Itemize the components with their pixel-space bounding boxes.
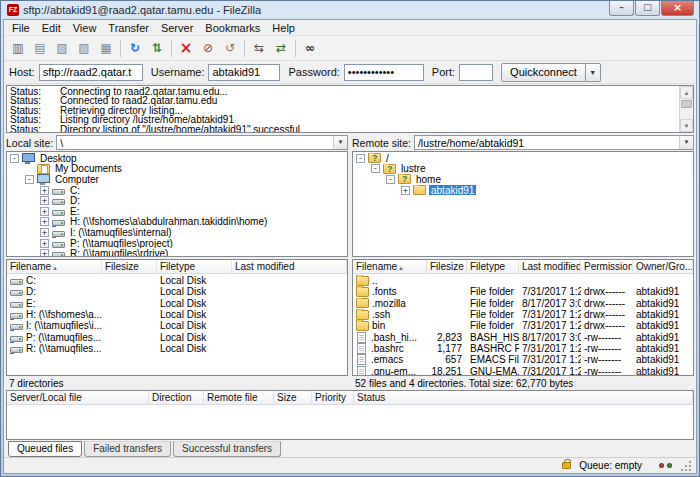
tree-expander-icon[interactable] <box>40 228 49 237</box>
queue-column-size[interactable]: Size <box>274 391 312 404</box>
file-row[interactable]: D: Local Disk <box>7 286 347 297</box>
tree-expander-icon[interactable] <box>40 239 49 248</box>
tree-item-label[interactable]: / <box>384 153 391 164</box>
file-row[interactable]: .emacs 657 EMACS File 7/31/2017 1:2... -… <box>353 354 679 365</box>
file-row[interactable]: P: (\\tamuqfiles... Local Disk <box>7 331 347 342</box>
file-row[interactable]: .mozilla File folder 8/17/2017 3:0... dr… <box>353 298 679 309</box>
remote-column-owner-group[interactable]: Owner/Gro... <box>633 260 693 273</box>
file-row[interactable]: bin File folder 7/31/2017 1:2... drwx---… <box>353 320 679 331</box>
tree-expander-icon[interactable] <box>40 217 49 226</box>
menu-bookmarks[interactable]: Bookmarks <box>199 21 266 35</box>
queue-column-status[interactable]: Status <box>354 391 693 404</box>
tree-expander-icon[interactable] <box>40 186 49 195</box>
local-column-filetype[interactable]: Filetype <box>157 260 232 273</box>
tree-item[interactable]: home <box>353 174 693 185</box>
tree-item-label[interactable]: abtakid91 <box>429 185 476 196</box>
local-column-filename[interactable]: Filename▴ <box>7 260 102 273</box>
menu-help[interactable]: Help <box>266 21 301 35</box>
maximize-button[interactable] <box>635 1 660 16</box>
tree-item[interactable]: H: (\\fshomes\a\abdulrahman.takiddin\hom… <box>7 217 347 228</box>
file-row[interactable]: I: (\\tamuqfiles\i... Local Disk <box>7 320 347 331</box>
refresh-button[interactable] <box>124 38 146 59</box>
tree-item[interactable]: I: (\\tamuqfiles\internal) <box>7 227 347 238</box>
tree-item[interactable]: C: <box>7 185 347 196</box>
directory-comparison-button[interactable] <box>248 38 270 59</box>
log-scrollbar[interactable] <box>679 86 693 132</box>
cancel-button[interactable] <box>175 38 197 59</box>
queue-column-direction[interactable]: Direction <box>149 391 204 404</box>
remote-column-filesize[interactable]: Filesize <box>427 260 467 273</box>
tree-item-label[interactable]: H: (\\fshomes\a\abdulrahman.takiddin\hom… <box>68 217 269 228</box>
file-row[interactable]: .ssh File folder 7/31/2017 1:2... drwx--… <box>353 309 679 320</box>
tree-expander-icon[interactable] <box>40 196 49 205</box>
tree-item-label[interactable]: P: (\\tamuqfiles\project) <box>68 238 175 249</box>
tree-item-label[interactable]: D: <box>68 195 82 206</box>
tree-item[interactable]: E: <box>7 206 347 217</box>
file-row[interactable]: .. <box>353 275 679 286</box>
local-column-filesize[interactable]: Filesize <box>102 260 157 273</box>
tree-item-label[interactable]: E: <box>68 206 81 217</box>
tree-expander-icon[interactable] <box>401 186 410 195</box>
find-files-button[interactable] <box>299 38 321 59</box>
combo-dropdown-icon[interactable] <box>333 136 347 149</box>
file-row[interactable]: .bashrc 1,177 BASHRC File 7/31/2017 1:2.… <box>353 343 679 354</box>
tree-item-label[interactable]: lustre <box>399 164 427 175</box>
tree-item-label[interactable]: C: <box>68 185 82 196</box>
tree-item[interactable]: R: (\\tamuqfiles\rdrive) <box>7 248 347 257</box>
combo-dropdown-icon[interactable] <box>679 136 693 149</box>
tree-item[interactable]: Desktop <box>7 153 347 164</box>
tree-expander-icon[interactable] <box>40 249 49 257</box>
tree-item-label[interactable]: home <box>414 174 443 185</box>
tree-item[interactable]: Computer <box>7 174 347 185</box>
host-input[interactable] <box>39 64 143 81</box>
tree-item-label[interactable]: Computer <box>53 174 101 185</box>
remote-column-filetype[interactable]: Filetype <box>467 260 519 273</box>
scroll-down-icon[interactable] <box>680 119 693 132</box>
tab-failed-transfers[interactable]: Failed transfers <box>84 441 171 457</box>
site-manager-button[interactable] <box>7 38 29 59</box>
remote-column-permissions[interactable]: Permissions <box>581 260 633 273</box>
tree-expander-icon[interactable] <box>40 207 49 216</box>
menu-edit[interactable]: Edit <box>36 21 67 35</box>
queue-column-remote-file[interactable]: Remote file <box>204 391 274 404</box>
menu-transfer[interactable]: Transfer <box>102 21 155 35</box>
menu-server[interactable]: Server <box>155 21 199 35</box>
tree-expander-icon[interactable] <box>10 154 19 163</box>
tree-item[interactable]: P: (\\tamuqfiles\project) <box>7 238 347 249</box>
local-site-combobox[interactable]: \ <box>56 135 348 150</box>
close-button[interactable] <box>661 1 694 16</box>
remote-column-filename[interactable]: Filename▴ <box>353 260 427 273</box>
file-row[interactable]: .bash_hi... 2,823 BASH_HIS... 8/17/2017 … <box>353 331 679 342</box>
scroll-thumb[interactable] <box>681 100 692 108</box>
tree-item[interactable]: abtakid91 <box>353 185 693 196</box>
tree-expander-icon[interactable] <box>371 164 380 173</box>
scroll-track[interactable] <box>680 99 693 119</box>
disconnect-button[interactable] <box>197 38 219 59</box>
file-row[interactable]: .gnu-em... 18,251 GNU-EMA... 7/31/2017 1… <box>353 365 679 375</box>
toggle-message-log-button[interactable] <box>29 38 51 59</box>
tree-item-label[interactable]: R: (\\tamuqfiles\rdrive) <box>68 248 170 257</box>
synchronized-browsing-button[interactable] <box>270 38 292 59</box>
reconnect-button[interactable] <box>219 38 241 59</box>
tree-item[interactable]: lustre <box>353 164 693 175</box>
tree-item-label[interactable]: My Documents <box>53 164 124 175</box>
quickconnect-dropdown-icon[interactable] <box>586 63 601 82</box>
tree-expander-icon[interactable] <box>386 175 395 184</box>
minimize-button[interactable] <box>609 1 634 16</box>
toggle-remote-tree-button[interactable] <box>73 38 95 59</box>
process-queue-button[interactable] <box>146 38 168 59</box>
toggle-local-tree-button[interactable] <box>51 38 73 59</box>
remote-column-last-modified[interactable]: Last modified <box>519 260 581 273</box>
tab-queued-files[interactable]: Queued files <box>8 441 82 457</box>
file-row[interactable]: R: (\\tamuqfiles... Local Disk <box>7 343 347 354</box>
file-row[interactable]: E: Local Disk <box>7 298 347 309</box>
queue-column-server-local-file[interactable]: Server/Local file <box>7 391 149 404</box>
tree-item[interactable]: D: <box>7 195 347 206</box>
tree-item[interactable]: My Documents <box>7 164 347 175</box>
tree-expander-icon[interactable] <box>356 154 365 163</box>
encryption-lock-icon[interactable] <box>562 462 571 469</box>
tree-item-label[interactable]: I: (\\tamuqfiles\internal) <box>68 227 174 238</box>
tab-successful-transfers[interactable]: Successful transfers <box>173 441 281 457</box>
menu-file[interactable]: File <box>6 21 36 35</box>
file-row[interactable]: H: (\\fshomes\a... Local Disk <box>7 309 347 320</box>
